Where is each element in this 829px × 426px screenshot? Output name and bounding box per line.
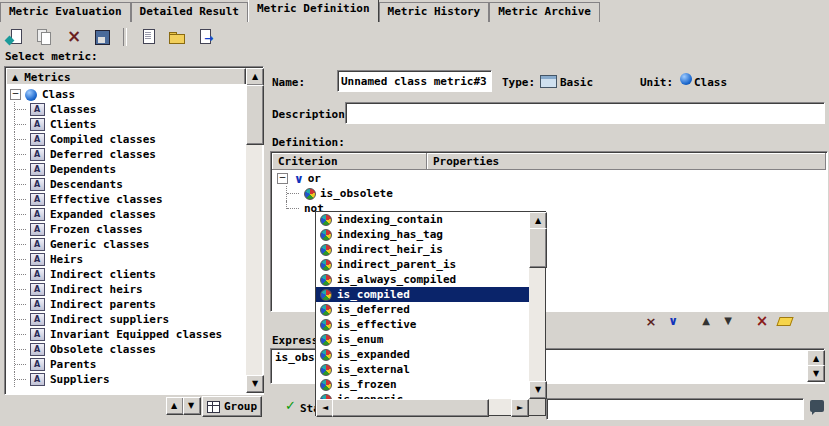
save-metric-button[interactable] [91,27,113,47]
tab-metric-definition[interactable]: Metric Definition [248,0,379,22]
tree-item-label: Indirect parents [50,298,156,311]
scroll-up-button[interactable]: ▲ [246,68,264,86]
criterion-icon [320,349,332,361]
criterion-icon [320,364,332,376]
tree-root-class[interactable]: − Class [6,87,246,102]
delete-metric-icon [64,29,82,45]
dropdown-item-is-always-compiled[interactable]: is_always_compiled [316,272,529,287]
tree-item-effective-classes[interactable]: Effective classes [6,192,246,207]
dropdown-item-is-compiled[interactable]: is_compiled [316,287,529,302]
criterion-icon [320,334,332,346]
export-metric-button[interactable] [195,27,217,47]
metric-move-down-button[interactable]: ▼ [183,397,201,415]
dropdown-item-is-external[interactable]: is_external [316,362,529,377]
scrollbar-corner [529,399,545,415]
criterion-move-up-button[interactable]: ▲ [697,313,715,329]
properties-column-header[interactable]: Properties [427,153,826,170]
tree-item-obsolete-classes[interactable]: Obsolete classes [6,342,246,357]
dropdown-item-label: indirect_parent_is [337,258,456,271]
tree-item-clients[interactable]: Clients [6,117,246,132]
metric-icon [30,118,45,131]
criterion-icon [320,274,332,286]
expression-scrollbar[interactable]: ▲ ▼ [807,350,823,382]
dropdown-item-label: is_frozen [337,378,397,391]
dropdown-item-is-expanded[interactable]: is_expanded [316,347,529,362]
name-input[interactable] [338,71,491,91]
collapse-icon[interactable]: − [277,173,288,184]
dropdown-item-indexing-has-tag[interactable]: indexing_has_tag [316,227,529,242]
criterion-icon [320,229,332,241]
tree-scrollbar[interactable]: ▲ ▼ [246,68,262,393]
dropdown-item-indirect-parent-is[interactable]: indirect_parent_is [316,257,529,272]
tree-item-indirect-heirs[interactable]: Indirect heirs [6,282,246,297]
tree-item-label: Effective classes [50,193,163,206]
criterion-move-down-button[interactable]: ▼ [719,313,737,329]
dropdown-item-is-generic[interactable]: is_generic [316,392,529,399]
scroll-thumb[interactable] [332,399,489,417]
delete-metric-button[interactable] [62,27,84,47]
copy-metric-button[interactable] [33,27,55,47]
tab-detailed-result[interactable]: Detailed Result [131,2,248,22]
scroll-thumb[interactable] [529,228,547,268]
tab-metric-evaluation[interactable]: Metric Evaluation [0,2,131,22]
scroll-down-button[interactable]: ▼ [529,381,547,399]
criterion-column-header[interactable]: Criterion [272,153,427,170]
tree-item-label: Heirs [50,253,83,266]
scroll-right-button[interactable]: ► [511,399,529,417]
criterion-row-or[interactable]: − ∨ or [272,171,826,186]
dropdown-item-label: is_always_compiled [337,273,456,286]
delete-icon: × [756,312,769,330]
criterion-row-is-obsolete[interactable]: is_obsolete [272,186,826,201]
note-icon[interactable] [810,400,824,412]
status-input[interactable] [547,399,803,419]
dropdown-item-is-enum[interactable]: is_enum [316,332,529,347]
tree-item-classes[interactable]: Classes [6,102,246,117]
tree-item-compiled-classes[interactable]: Compiled classes [6,132,246,147]
open-metric-button[interactable] [166,27,188,47]
tree-item-parents[interactable]: Parents [6,357,246,372]
up-arrow-icon: ▲ [535,217,541,225]
tree-item-indirect-parents[interactable]: Indirect parents [6,297,246,312]
dropdown-item-indexing-contain[interactable]: indexing_contain [316,212,529,227]
paste-metric-button[interactable] [137,27,159,47]
new-metric-button[interactable] [4,27,26,47]
tree-guide [6,312,30,327]
tree-item-indirect-suppliers[interactable]: Indirect suppliers [6,312,246,327]
dropdown-item-is-frozen[interactable]: is_frozen [316,377,529,392]
tree-guide [6,357,30,372]
dropdown-item-indirect-heir-is[interactable]: indirect_heir_is [316,242,529,257]
tab-metric-archive[interactable]: Metric Archive [489,2,600,22]
tree-item-invariant-equipped-classes[interactable]: Invariant Equipped classes [6,327,246,342]
class-unit-icon [25,89,37,101]
tree-item-descendants[interactable]: Descendants [6,177,246,192]
dropdown-item-is-deferred[interactable]: is_deferred [316,302,529,317]
criterion-delete-button[interactable]: × [753,313,771,329]
tree-item-generic-classes[interactable]: Generic classes [6,237,246,252]
dropdown-vscrollbar[interactable]: ▲ ▼ [529,212,545,399]
scroll-down-button[interactable]: ▼ [246,375,264,393]
tree-item-deferred-classes[interactable]: Deferred classes [6,147,246,162]
tree-item-expanded-classes[interactable]: Expanded classes [6,207,246,222]
tree-item-suppliers[interactable]: Suppliers [6,372,246,387]
criterion-icon [320,244,332,256]
dropdown-hscrollbar[interactable]: ◄ ► [316,399,529,415]
tree-item-indirect-clients[interactable]: Indirect clients [6,267,246,282]
swap-criterion-button[interactable]: × [642,313,660,329]
collapse-icon[interactable]: − [10,89,21,100]
criterion-erase-button[interactable] [776,313,794,329]
tree-item-dependents[interactable]: Dependents [6,162,246,177]
or-criterion-button[interactable]: ∨ [663,313,681,329]
tree-item-heirs[interactable]: Heirs [6,252,246,267]
scroll-down-button[interactable]: ▼ [807,365,825,382]
tree-root-label: Class [42,88,75,101]
group-button[interactable]: Group [202,396,262,417]
tab-metric-history[interactable]: Metric History [379,2,490,22]
description-input[interactable] [346,103,824,123]
metric-icon [30,373,45,386]
copy-metric-icon [35,29,53,45]
scroll-thumb[interactable] [246,85,264,145]
metric-move-up-button[interactable]: ▲ [166,397,184,415]
dropdown-item-is-effective[interactable]: is_effective [316,317,529,332]
tree-item-frozen-classes[interactable]: Frozen classes [6,222,246,237]
tree-item-label: Deferred classes [50,148,156,161]
